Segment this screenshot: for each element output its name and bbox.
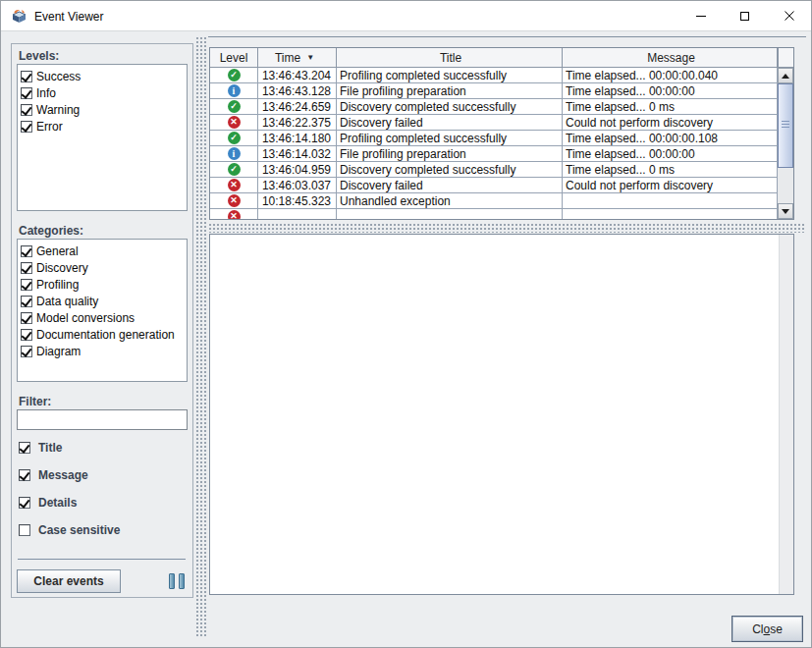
checkbox-checked-icon[interactable] — [21, 262, 32, 274]
column-header-message[interactable]: Message — [563, 48, 778, 68]
checkbox-details[interactable]: Details — [17, 496, 188, 510]
minimize-button[interactable] — [678, 1, 723, 30]
cell: ✕ — [210, 193, 258, 209]
checkbox-checked-icon[interactable] — [21, 312, 32, 324]
scroll-up-button[interactable] — [778, 68, 793, 83]
checkbox-info[interactable]: Info — [21, 84, 187, 101]
cell — [563, 193, 778, 209]
arrow-up-icon — [782, 74, 789, 79]
column-header-level[interactable]: Level — [210, 48, 258, 68]
close-window-button[interactable] — [767, 1, 811, 30]
cell: 10:18:45.323 — [258, 193, 337, 209]
maximize-button[interactable] — [723, 1, 767, 30]
error-icon: ✕ — [228, 194, 241, 207]
cell: i — [210, 83, 258, 99]
cell: Discovery failed — [337, 115, 563, 131]
event-row[interactable]: i13:46:14.032File profiling preparationT… — [210, 146, 778, 162]
checkbox-checked-icon[interactable] — [21, 296, 32, 307]
info-icon: i — [228, 147, 241, 160]
event-row[interactable]: ✕13:46:22.375Discovery failedCould not p… — [210, 115, 778, 131]
checkbox-case-sensitive[interactable]: Case sensitive — [17, 523, 188, 537]
checkbox-label: Discovery — [36, 261, 88, 275]
checkbox-label: Profiling — [36, 278, 79, 292]
checkbox-checked-icon[interactable] — [19, 497, 30, 509]
checkbox-checked-icon[interactable] — [19, 442, 30, 454]
checkbox-success[interactable]: Success — [21, 68, 187, 84]
event-row[interactable]: ✓13:46:24.659Discovery completed success… — [210, 99, 778, 115]
checkbox-model-conversions[interactable]: Model conversions — [21, 309, 187, 326]
checkbox-message[interactable]: Message — [17, 468, 188, 482]
levels-label: Levels: — [19, 49, 59, 63]
event-row[interactable]: ✓13:46:43.204Profiling completed success… — [210, 68, 778, 83]
cell: Time elapsed... 0 ms — [563, 162, 778, 178]
checkbox-checked-icon[interactable] — [21, 279, 32, 291]
checkbox-diagram[interactable]: Diagram — [21, 343, 187, 359]
checkbox-general[interactable]: General — [21, 243, 187, 259]
event-row[interactable]: ✓13:46:04.959Discovery completed success… — [210, 162, 778, 178]
checkbox-checked-icon[interactable] — [21, 346, 32, 357]
clear-events-button[interactable]: Clear events — [17, 569, 121, 593]
titlebar[interactable]: Event Viewer — [1, 1, 811, 31]
details-scrollbar-lane — [779, 235, 793, 594]
sort-desc-icon: ▼ — [306, 54, 314, 62]
checkbox-checked-icon[interactable] — [21, 121, 32, 133]
filter-input[interactable] — [17, 409, 188, 430]
cell: 13:46:14.180 — [258, 131, 337, 146]
scrollbar-track[interactable] — [778, 168, 793, 203]
cell: Discovery completed successfully — [337, 99, 563, 115]
cell — [563, 209, 778, 219]
cell: Could not perform discovery — [563, 178, 778, 193]
scrollbar-corner — [778, 48, 793, 68]
checkbox-documentation-generation[interactable]: Documentation generation — [21, 326, 187, 343]
scroll-down-button[interactable] — [778, 203, 793, 219]
column-header-time[interactable]: Time ▼ — [258, 48, 337, 68]
cell: Profiling completed successfully — [337, 68, 563, 83]
event-row[interactable]: ✕13:46:03.037Discovery failedCould not p… — [210, 178, 778, 193]
close-button[interactable]: Close — [731, 616, 803, 642]
cell: Time elapsed... 00:00:00.108 — [563, 131, 778, 146]
checkbox-checked-icon[interactable] — [21, 104, 32, 116]
app-cube-icon — [11, 8, 27, 25]
checkbox-error[interactable]: Error — [21, 118, 187, 135]
checkbox-warning[interactable]: Warning — [21, 101, 187, 118]
checkbox-label: Documentation generation — [36, 328, 175, 342]
checkbox-label: Success — [36, 70, 81, 83]
details-panel — [209, 234, 794, 595]
scrollbar-thumb[interactable] — [778, 83, 793, 168]
cell: Could not perform discovery — [563, 115, 778, 131]
checkbox-data-quality[interactable]: Data quality — [21, 293, 187, 309]
cell: Time elapsed... 0 ms — [563, 99, 778, 115]
checkbox-checked-icon[interactable] — [19, 469, 30, 481]
column-header-title[interactable]: Title — [337, 48, 563, 68]
vertical-splitter[interactable] — [195, 36, 206, 637]
close-icon — [785, 11, 794, 21]
cell: ✕ — [210, 209, 258, 219]
checkbox-title[interactable]: Title — [17, 441, 188, 455]
checkbox-label: Model conversions — [36, 311, 135, 325]
checkbox-checked-icon[interactable] — [21, 329, 32, 341]
event-row[interactable]: ✓13:46:14.180Profiling completed success… — [210, 131, 778, 146]
event-row[interactable]: i13:46:43.128File profiling preparationT… — [210, 83, 778, 99]
error-icon: ✕ — [228, 116, 241, 129]
checkbox-label: Data quality — [36, 295, 98, 308]
checkbox-unchecked-icon[interactable] — [19, 524, 30, 536]
checkbox-label: Title — [38, 441, 62, 455]
filter-options: TitleMessageDetailsCase sensitive — [17, 441, 188, 551]
event-row[interactable]: ✕ — [210, 209, 778, 219]
checkbox-checked-icon[interactable] — [21, 71, 32, 82]
event-row[interactable]: ✕10:18:45.323Unhandled exception — [210, 193, 778, 209]
vertical-scrollbar — [778, 68, 793, 219]
checkbox-discovery[interactable]: Discovery — [21, 259, 187, 276]
cell: ✓ — [210, 131, 258, 146]
right-panel-top-border — [208, 36, 806, 37]
checkbox-label: Details — [38, 496, 77, 510]
checkbox-profiling[interactable]: Profiling — [21, 276, 187, 293]
success-icon: ✓ — [228, 100, 241, 113]
pause-icon[interactable] — [169, 573, 185, 589]
cell: ✕ — [210, 178, 258, 193]
checkbox-checked-icon[interactable] — [21, 245, 32, 257]
horizontal-splitter[interactable] — [208, 223, 806, 233]
cell: ✓ — [210, 68, 258, 83]
event-viewer-window: Event Viewer Levels: SuccessInfoWarningE… — [0, 0, 812, 648]
checkbox-checked-icon[interactable] — [21, 87, 32, 99]
